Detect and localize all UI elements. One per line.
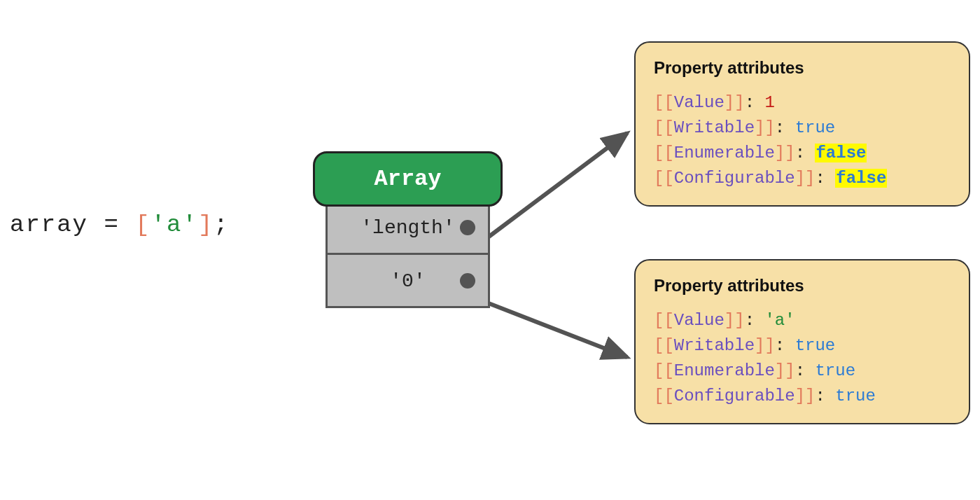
code-close-bracket: ] <box>198 211 214 238</box>
object-row-index0: '0' <box>328 253 488 306</box>
attr-line-enumerable: [[Enumerable]]: true <box>654 359 951 384</box>
attr-line-enumerable: [[Enumerable]]: false <box>654 141 951 166</box>
code-var: array <box>10 211 88 238</box>
attr-value: false <box>835 169 887 188</box>
attr-value: true <box>795 118 836 137</box>
attr-value: 1 <box>764 93 774 112</box>
attr-value: true <box>835 387 876 405</box>
code-value: 'a' <box>151 211 198 238</box>
attr-line-writable: [[Writable]]: true <box>654 116 951 141</box>
code-semicolon: ; <box>214 211 229 238</box>
attr-value: true <box>815 361 855 380</box>
attr-line-writable: [[Writable]]: true <box>654 333 951 359</box>
panel-index0-attributes: Property attributes [[Value]]: 'a' [[Wri… <box>634 259 970 424</box>
code-expression: array = ['a']; <box>10 211 230 238</box>
attr-line-configurable: [[Configurable]]: true <box>654 384 951 409</box>
attr-line-value: [[Value]]: 'a' <box>654 308 951 333</box>
object-rows: 'length' '0' <box>326 194 490 308</box>
attr-value: false <box>815 144 867 162</box>
object-row-pointer-dot <box>460 220 475 235</box>
object-header: Array <box>313 151 503 207</box>
arrow-to-index0-panel <box>479 300 627 357</box>
attr-line-configurable: [[Configurable]]: false <box>654 166 951 191</box>
panel-title: Property attributes <box>654 276 951 296</box>
array-object-box: Array 'length' '0' <box>313 151 503 308</box>
panel-title: Property attributes <box>654 58 951 78</box>
object-row-label: '0' <box>390 270 425 292</box>
attr-line-value: [[Value]]: 1 <box>654 90 951 116</box>
code-open-bracket: [ <box>135 211 150 238</box>
object-row-pointer-dot <box>460 273 475 289</box>
object-row-label: 'length' <box>360 217 454 239</box>
code-equals: = <box>104 211 119 238</box>
attr-value: 'a' <box>764 311 794 330</box>
attr-value: true <box>795 336 836 355</box>
panel-length-attributes: Property attributes [[Value]]: 1 [[Writa… <box>634 41 970 207</box>
